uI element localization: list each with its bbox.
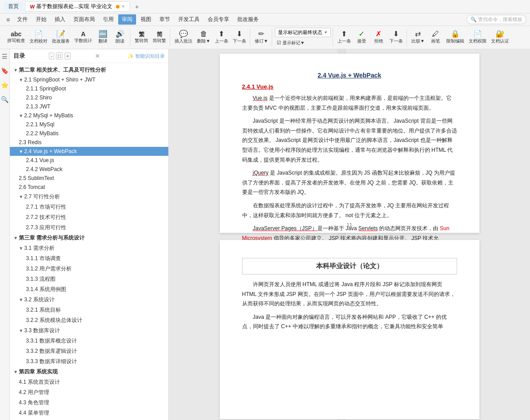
toc-item[interactable]: 2.1.2 Shiro	[10, 93, 168, 102]
track-changes-button[interactable]: ✏ 修订▼	[253, 30, 270, 45]
toc-item[interactable]: ▼ 3.3 数据库设计	[10, 326, 168, 336]
toc-item[interactable]: 2.4.1 Vue.js	[10, 156, 168, 165]
menu-chapter[interactable]: 章节	[156, 14, 174, 25]
toc-item[interactable]: 2.5 SublimText	[10, 174, 168, 183]
toc-item[interactable]: 2.3 Redis	[10, 138, 168, 147]
show-markup-button[interactable]: ☑ 显示标记▼	[275, 39, 331, 47]
toc-item[interactable]: 3.2.1 系统目标	[10, 305, 168, 315]
toc-item[interactable]: 2.7.1 市场可行性	[10, 202, 168, 212]
next-change-button[interactable]: ⬇ 下一条	[388, 30, 405, 45]
toolbar-group-spell: abc 拼写检查 📄 文档校对 📝 批改服务 A 字数统计 🔤 翻译 🔊 朗读	[4, 29, 130, 47]
star-icon[interactable]: ⭐	[0, 80, 9, 90]
toc-item[interactable]: 2.7.3 应用可行性	[10, 223, 168, 233]
menu-insert[interactable]: 插入	[51, 14, 69, 25]
toolbar-group-accept: ⬆ 上一条 ✓ 接受 ✗ 拒绝 ⬇ 下一条	[334, 29, 407, 47]
toc-item[interactable]: ▼ 第四章 系统实现	[10, 367, 168, 377]
insert-comment-button[interactable]: 💬 插入批注	[173, 30, 194, 45]
toc-item[interactable]: 3.1.4 系统用例图	[10, 284, 168, 295]
toc-item[interactable]: 4.2 用户管理	[10, 387, 168, 398]
home-button[interactable]: 首页	[4, 2, 23, 11]
menu-hamburger[interactable]: ≡	[4, 15, 13, 24]
toc-item[interactable]: ▼ 第二章 相关技术、工具及可行性分析	[10, 65, 168, 75]
read-aloud-button[interactable]: 🔊 朗读	[112, 30, 128, 45]
toc-item[interactable]: ▼ 2.2 MySql + MyBatis	[10, 111, 168, 120]
compare-button[interactable]: ⇄ 比较▼	[410, 30, 427, 45]
menu-start[interactable]: 开始	[32, 14, 50, 25]
prev-comment-button[interactable]: ⬆ 上一条	[213, 30, 230, 45]
toc-item[interactable]: 4.1 系统首页设计	[10, 377, 168, 387]
toc-item[interactable]: 3.1.2 用户需求分析	[10, 264, 168, 274]
toc-collapse-all[interactable]: -	[49, 52, 54, 60]
menu-reference[interactable]: 引用	[99, 14, 117, 25]
review-service-button[interactable]: 📝 批改服务	[50, 30, 72, 45]
toc-item[interactable]: ▼ 第三章 需求分析与系统设计	[10, 233, 168, 243]
toc-item[interactable]: 4.3 角色管理	[10, 398, 168, 408]
toc-item[interactable]: ▼ 3.1 需求分析	[10, 243, 168, 253]
nav-icon[interactable]: ☰	[1, 51, 9, 62]
word-count-button[interactable]: A 字数统计	[73, 30, 94, 45]
simp-to-trad-button[interactable]: 简 简转繁	[151, 30, 168, 45]
toc-item[interactable]: 2.2.1 MySql	[10, 120, 168, 129]
simp-to-trad-label: 简转繁	[153, 38, 166, 44]
toc-item[interactable]: 3.1.1 市场调查	[10, 253, 168, 264]
toc-item[interactable]: 2.6 Tomcat	[10, 183, 168, 192]
toc-ai-button[interactable]: ✨ 智能识别目录	[128, 53, 165, 60]
accept-button[interactable]: ✓ 接受	[354, 30, 370, 45]
toc-expand-level[interactable]: □	[56, 52, 63, 60]
revision-mode-dropdown[interactable]: 显示标记的最终状态 ▼	[275, 28, 331, 37]
translate-label: 翻译	[98, 38, 107, 44]
document-area[interactable]: 📄 2.4 Vue.js + WebPack 2.4.1 Vue.js Vue.…	[169, 49, 530, 420]
search-sidebar-icon[interactable]: 🔍	[0, 94, 9, 105]
delete-comment-button[interactable]: 🗑 删除▼	[195, 30, 212, 45]
new-tab-button[interactable]: +	[132, 2, 142, 11]
toc-item[interactable]: ▼ 2.1 SpringBoot + Shiro + JWT	[10, 75, 168, 84]
doc-compare-button[interactable]: 📄 文档校对	[28, 30, 49, 45]
toc-item[interactable]: 2.1.1 SpringBoot	[10, 84, 168, 93]
document-tab[interactable]: W 基于数据报表处...实现 毕业论文 ✕	[25, 1, 130, 12]
prev-change-button[interactable]: ⬆ 上一条	[336, 30, 353, 45]
toc-item[interactable]: 3.1.3 流程图	[10, 274, 168, 284]
toc-item[interactable]: 4.5 报表类型管理	[10, 418, 168, 420]
trad-to-simp-button[interactable]: 繁 繁转简	[133, 30, 150, 45]
doc-permission-button[interactable]: 📄 文档权限	[467, 30, 488, 45]
toc-item[interactable]: ▼ 2.7 可行性分析	[10, 192, 168, 202]
next-comment-button[interactable]: ⬇ 下一条	[231, 30, 248, 45]
toc-item[interactable]: ▼ 3.2 系统设计	[10, 295, 168, 305]
toc-item[interactable]: 4.4 菜单管理	[10, 408, 168, 418]
toc-item-text: 第四章 系统实现	[19, 368, 58, 376]
bookmark-icon[interactable]: 🔖	[0, 65, 9, 76]
toc-item[interactable]: 2.7.2 技术可行性	[10, 212, 168, 223]
toc-item[interactable]: 3.3.3 数据库详细设计	[10, 356, 168, 367]
doc-compare-icon: 📄	[34, 30, 43, 38]
menu-review-service[interactable]: 批改服务	[234, 14, 262, 25]
menu-file[interactable]: 文件	[13, 14, 31, 25]
menu-review[interactable]: 审阅	[118, 14, 136, 25]
menu-dev[interactable]: 开发工具	[175, 14, 203, 25]
toc-item-selected[interactable]: ▼ 2.4 Vue.js + WebPack	[10, 147, 168, 156]
toc-item[interactable]: 3.3.1 数据库概念设计	[10, 336, 168, 346]
toc-item[interactable]: 2.4.2 WebPack	[10, 165, 168, 174]
menu-search-placeholder[interactable]: 查找命令，搜索模板	[478, 16, 522, 23]
prev-change-label: 上一条	[338, 38, 351, 44]
toc-item-text: 2.1 SpringBoot + Shiro + JWT	[24, 77, 95, 83]
toc-item[interactable]: 2.2.2 MyBatis	[10, 129, 168, 138]
toc-close-button[interactable]: ✕	[95, 52, 100, 60]
menu-view[interactable]: 视图	[137, 14, 155, 25]
checkbox-show-markup[interactable]: ☑	[277, 40, 281, 46]
review-service-label: 批改服务	[52, 38, 70, 44]
toc-expand-all[interactable]: +	[64, 52, 71, 60]
menu-layout[interactable]: 页面布局	[70, 14, 98, 25]
tab-close-button[interactable]: ✕	[121, 4, 125, 9]
translate-button[interactable]: 🔤 翻译	[95, 30, 111, 45]
menu-vip[interactable]: 会员专享	[204, 14, 233, 25]
simp-to-trad-icon: 简	[157, 31, 162, 37]
spell-check-button[interactable]: abc 拼写检查	[5, 30, 27, 45]
doc-cert-button[interactable]: 🔐 文档认证	[489, 30, 511, 45]
toc-item[interactable]: 3.3.2 数据库逻辑设计	[10, 346, 168, 356]
toc-arrow: ▼	[19, 113, 23, 118]
brush-button[interactable]: 🖊 画笔	[427, 30, 444, 45]
toc-item[interactable]: 3.2.2 系统模块总体设计	[10, 315, 168, 326]
toc-item[interactable]: 2.1.3 JWT	[10, 102, 168, 111]
restrict-edit-button[interactable]: 🔒 限制编辑	[445, 30, 466, 45]
reject-button[interactable]: ✗ 拒绝	[371, 30, 387, 45]
